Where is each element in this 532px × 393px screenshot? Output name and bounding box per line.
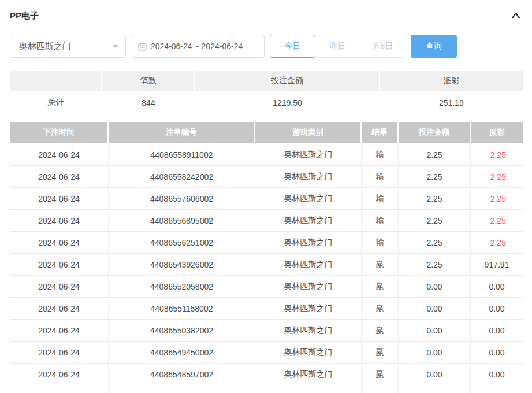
cell-bet-id: 44086558242002: [109, 166, 255, 188]
cell-result: 赢: [362, 342, 399, 364]
cell-game-type: 奥林匹斯之门: [255, 166, 362, 188]
cell-bet-time: 2024-06-24: [10, 232, 109, 254]
summary-header-count: 笔数: [102, 71, 195, 91]
cell-payout: -2.25: [471, 210, 523, 232]
cell-payout: -2.25: [471, 232, 523, 254]
quick-button-today[interactable]: 今日: [270, 35, 315, 58]
cell-bet-id: 44086557606002: [109, 188, 255, 210]
table-row: 2024-06-24 44086550382002 奥林匹斯之门 赢 0.00 …: [10, 320, 523, 342]
summary-table: 笔数 投注金额 派彩 总计 844 1219.50 251.19: [10, 71, 523, 114]
summary-total-row: 总计 844 1219.50 251.19: [10, 91, 523, 114]
cell-result: 输: [362, 166, 399, 188]
cell-result: 赢: [362, 364, 399, 385]
table-row: 2024-06-24 44086548597002 奥林匹斯之门 赢 0.00 …: [10, 364, 523, 385]
cell-payout: 917.91: [471, 254, 523, 276]
cell-bet-id: 44086543926002: [109, 254, 255, 276]
quick-button-last-8-days[interactable]: 近8日: [360, 35, 405, 58]
cell-bet-amount: 0.00: [399, 276, 471, 298]
cell-result: 输: [362, 144, 399, 166]
caret-down-icon: [113, 45, 118, 48]
panel-title: PP电子: [10, 10, 39, 21]
summary-header-empty: [10, 71, 102, 91]
cell-bet-time: 2024-06-24: [10, 298, 109, 320]
cell-bet-amount: 2.25: [399, 232, 471, 254]
table-row: 2024-06-24 44086557606002 奥林匹斯之门 输 2.25 …: [10, 188, 523, 210]
summary-header-row: 笔数 投注金额 派彩: [10, 71, 523, 91]
cell-bet-time: 2024-06-24: [10, 320, 109, 342]
cell-bet-id: 44086548597002: [109, 364, 255, 385]
cell-bet-amount: 2.25: [399, 166, 471, 188]
cell-payout: -2.25: [471, 144, 523, 166]
cell-result: 赢: [362, 254, 399, 276]
summary-total-payout: 251.19: [380, 91, 523, 114]
date-range-value: 2024-06-24 ~ 2024-06-24: [151, 42, 243, 51]
table-header-row: 下注时间 注单编号 游戏类别 结果 投注金额 派彩: [10, 122, 523, 144]
game-select-value: 奥林匹斯之门: [19, 41, 71, 52]
cell-payout: 0.00: [471, 364, 523, 385]
cell-payout: -2.25: [471, 166, 523, 188]
cell-bet-time: 2024-06-24: [10, 188, 109, 210]
partial-next-row: [10, 385, 523, 393]
column-header-bet-amount: 投注金额: [399, 122, 471, 144]
cell-result: 赢: [362, 298, 399, 320]
cell-result: 输: [362, 232, 399, 254]
table-row: 2024-06-24 44086552058002 奥林匹斯之门 赢 0.00 …: [10, 276, 523, 298]
cell-bet-id: 44086551158002: [109, 298, 255, 320]
cell-game-type: 奥林匹斯之门: [255, 232, 362, 254]
cell-game-type: 奥林匹斯之门: [255, 144, 362, 166]
collapse-button[interactable]: [509, 10, 523, 21]
cell-bet-amount: 0.00: [399, 342, 471, 364]
cell-game-type: 奥林匹斯之门: [255, 210, 362, 232]
table-row: 2024-06-24 44086558911002 奥林匹斯之门 输 2.25 …: [10, 144, 523, 166]
search-button[interactable]: 查询: [411, 35, 457, 58]
cell-game-type: 奥林匹斯之门: [255, 320, 362, 342]
cell-bet-amount: 2.25: [399, 144, 471, 166]
panel-header: PP电子: [10, 8, 523, 23]
table-row: 2024-06-24 44086549450002 奥林匹斯之门 赢 0.00 …: [10, 342, 523, 364]
summary-total-bet-amount: 1219.50: [195, 91, 380, 114]
cell-payout: 0.00: [471, 298, 523, 320]
column-header-result: 结果: [362, 122, 399, 144]
column-header-bet-id: 注单编号: [109, 122, 255, 144]
cell-result: 输: [362, 210, 399, 232]
cell-bet-amount: 0.00: [399, 320, 471, 342]
cell-game-type: 奥林匹斯之门: [255, 188, 362, 210]
cell-bet-id: 44086556895002: [109, 210, 255, 232]
game-select[interactable]: 奥林匹斯之门: [10, 35, 126, 58]
cell-game-type: 奥林匹斯之门: [255, 254, 362, 276]
table-row: 2024-06-24 44086551158002 奥林匹斯之门 赢 0.00 …: [10, 298, 523, 320]
cell-game-type: 奥林匹斯之门: [255, 298, 362, 320]
cell-bet-time: 2024-06-24: [10, 276, 109, 298]
cell-result: 输: [362, 188, 399, 210]
cell-bet-time: 2024-06-24: [10, 210, 109, 232]
cell-bet-id: 44086549450002: [109, 342, 255, 364]
cell-bet-time: 2024-06-24: [10, 144, 109, 166]
bet-records-table: 下注时间 注单编号 游戏类别 结果 投注金额 派彩 2024-06-24 440…: [10, 122, 523, 393]
cell-bet-id: 44086558911002: [109, 144, 255, 166]
quick-button-yesterday[interactable]: 昨日: [315, 35, 360, 58]
cell-bet-amount: 2.25: [399, 254, 471, 276]
cell-bet-amount: 0.00: [399, 298, 471, 320]
summary-total-count: 844: [102, 91, 195, 114]
filter-bar: 奥林匹斯之门 2024-06-24 ~ 2024-06-24 今日 昨日 近8日…: [10, 35, 523, 58]
table-row: 2024-06-24 44086543926002 奥林匹斯之门 赢 2.25 …: [10, 254, 523, 276]
cell-bet-time: 2024-06-24: [10, 364, 109, 385]
cell-result: 赢: [362, 276, 399, 298]
quick-range-group: 今日 昨日 近8日: [270, 35, 405, 58]
cell-game-type: 奥林匹斯之门: [255, 276, 362, 298]
cell-bet-id: 44086552058002: [109, 276, 255, 298]
cell-bet-time: 2024-06-24: [10, 166, 109, 188]
cell-bet-amount: 0.00: [399, 364, 471, 385]
table-row: 2024-06-24 44086556895002 奥林匹斯之门 输 2.25 …: [10, 210, 523, 232]
table-row: 2024-06-24 44086556251002 奥林匹斯之门 输 2.25 …: [10, 232, 523, 254]
cell-game-type: 奥林匹斯之门: [255, 364, 362, 385]
cell-bet-time: 2024-06-24: [10, 342, 109, 364]
date-range-picker[interactable]: 2024-06-24 ~ 2024-06-24: [132, 35, 265, 58]
cell-payout: -2.25: [471, 188, 523, 210]
cell-payout: 0.00: [471, 342, 523, 364]
table-row: 2024-06-24 44086558242002 奥林匹斯之门 输 2.25 …: [10, 166, 523, 188]
pp-electronic-panel: PP电子 奥林匹斯之门 2024-06-24 ~ 2024-06-24: [0, 0, 532, 393]
cell-game-type: 奥林匹斯之门: [255, 342, 362, 364]
cell-bet-amount: 2.25: [399, 188, 471, 210]
cell-result: 赢: [362, 320, 399, 342]
